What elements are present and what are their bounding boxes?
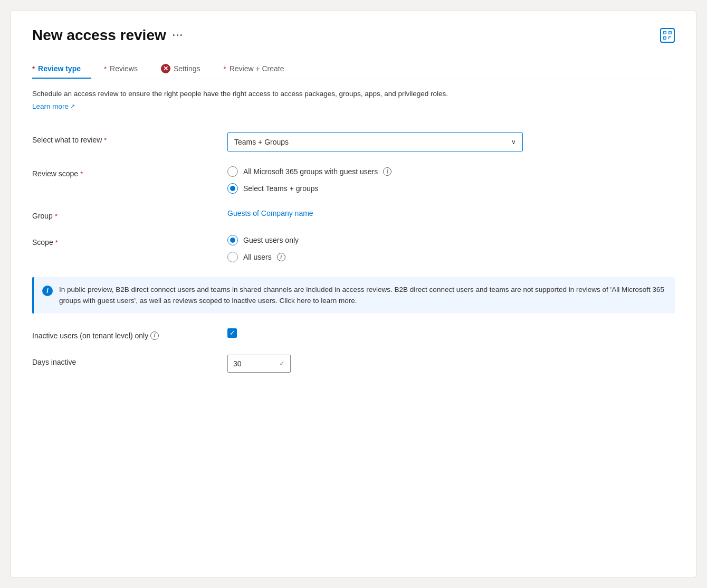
tab-review-type-label: Review type [38,64,81,73]
review-scope-radio-group: All Microsoft 365 groups with guest user… [227,166,675,194]
inactive-users-checkbox[interactable]: ✓ [227,328,237,338]
info-banner-text: In public preview, B2B direct connect us… [59,284,666,306]
radio-select-teams-label: Select Teams + groups [243,184,319,193]
chevron-down-icon: ∨ [511,138,516,146]
page-container: New access review ··· * Review type * Re… [11,11,696,577]
group-label: Group * [32,208,227,220]
learn-more-link[interactable]: Learn more ↗ [32,102,75,110]
scope-radio-group: Guest users only All users i [227,235,675,262]
dropdown-value: Teams + Groups [234,138,289,146]
radio-inner-dot [230,238,235,243]
svg-rect-1 [669,32,672,34]
required-marker: * [55,212,58,220]
external-link-icon: ↗ [70,103,75,110]
description-text: Schedule an access review to ensure the … [32,89,675,99]
radio-select-teams[interactable]: Select Teams + groups [227,183,675,194]
tab-required-marker: * [104,65,107,73]
required-marker: * [80,170,83,178]
ellipsis-button[interactable]: ··· [173,30,184,41]
tab-reviews-label: Reviews [110,64,138,73]
tab-settings-label: Settings [174,64,200,73]
radio-button-guest-users[interactable] [227,235,238,245]
days-inactive-dropdown[interactable]: 30 ✓ [227,355,291,373]
select-what-to-review-row: Select what to review * Teams + Groups ∨ [32,132,675,151]
radio-guest-users[interactable]: Guest users only [227,235,675,245]
info-banner-icon: i [42,286,53,296]
radio-all-users[interactable]: All users i [227,252,675,262]
info-icon-all-microsoft[interactable]: i [383,167,391,176]
tab-settings[interactable]: ✕ Settings [161,59,211,79]
select-what-to-review-label: Select what to review * [32,132,227,144]
review-scope-row: Review scope * All Microsoft 365 groups … [32,166,675,194]
tab-review-type[interactable]: * Review type [32,59,91,78]
required-marker: * [104,136,107,144]
days-inactive-value: 30 [233,359,242,368]
radio-button-all-microsoft[interactable] [227,166,238,177]
radio-guest-users-label: Guest users only [243,236,299,244]
select-what-to-review-control: Teams + Groups ∨ [227,132,675,151]
scope-label: Scope * [32,235,227,246]
review-scope-label: Review scope * [32,166,227,178]
days-inactive-control: 30 ✓ [227,355,675,373]
radio-button-all-users[interactable] [227,252,238,262]
checkmark-icon: ✓ [279,359,285,367]
checkbox-check-icon: ✓ [230,329,235,336]
svg-rect-2 [664,37,666,40]
tab-required-marker: * [224,65,226,73]
info-icon-all-users[interactable]: i [277,253,285,261]
page-title: New access review [32,27,166,44]
learn-more-label: Learn more [32,102,69,110]
info-banner[interactable]: i In public preview, B2B direct connect … [32,277,675,314]
tab-review-create-label: Review + Create [230,64,284,73]
teams-groups-dropdown[interactable]: Teams + Groups ∨ [227,132,523,151]
radio-all-microsoft-label: All Microsoft 365 groups with guest user… [243,167,378,176]
group-control: Guests of Company name [227,208,675,218]
svg-rect-0 [664,32,666,34]
tab-review-create[interactable]: * Review + Create [224,59,295,78]
info-icon-inactive-users[interactable]: i [150,331,159,340]
scope-control: Guest users only All users i [227,235,675,262]
review-scope-control: All Microsoft 365 groups with guest user… [227,166,675,194]
form-section: Select what to review * Teams + Groups ∨… [32,132,675,262]
required-marker: * [55,239,58,246]
header-row: New access review ··· [32,27,675,44]
inactive-users-row: Inactive users (on tenant level) only i … [32,328,675,340]
inactive-users-control: ✓ [227,328,675,338]
radio-all-users-label: All users [243,253,272,261]
days-inactive-row: Days inactive 30 ✓ [32,355,675,373]
scope-row: Scope * Guest users only All users i [32,235,675,262]
tab-required-marker: * [32,65,35,73]
tab-reviews[interactable]: * Reviews [104,59,148,78]
inactive-users-checkbox-item: ✓ [227,328,675,338]
radio-inner-dot [230,186,235,191]
error-icon: ✕ [161,64,170,73]
inactive-users-label: Inactive users (on tenant level) only i [32,328,227,340]
radio-button-select-teams[interactable] [227,183,238,194]
header-title-group: New access review ··· [32,27,184,44]
radio-all-microsoft[interactable]: All Microsoft 365 groups with guest user… [227,166,675,177]
group-link[interactable]: Guests of Company name [227,209,313,217]
group-row: Group * Guests of Company name [32,208,675,220]
days-inactive-label: Days inactive [32,355,227,366]
scan-icon-button[interactable] [660,28,675,43]
tab-navigation: * Review type * Reviews ✕ Settings * Rev… [32,59,675,79]
